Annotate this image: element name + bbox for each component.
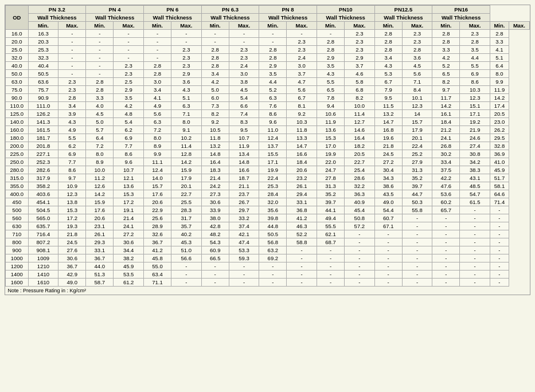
pn16-max-cell: -	[490, 206, 509, 214]
od-min-cell: 1400	[6, 271, 29, 279]
pn16-max-cell: 41.0	[490, 158, 509, 166]
pn32-header: PN 3.2	[28, 6, 86, 14]
pn32-min-cell: 12.3	[58, 190, 86, 198]
pn4-min-cell: 38.2	[114, 254, 143, 262]
pn6-min-cell: 31.7	[171, 214, 201, 222]
pn10-min-cell: 14.6	[345, 126, 374, 134]
table-row: 16.016.3----------2.32.82.32.82.32.8	[6, 30, 530, 38]
od-min-cell: 200.0	[6, 142, 29, 150]
pn8-min-cell: 4.7	[287, 78, 317, 86]
pn32-min-cell: 2.3	[58, 86, 86, 94]
pn125-min-cell: -	[402, 230, 432, 238]
pn4-max-cell: 6.3	[143, 118, 171, 126]
pn125-min-cell: 10.1	[402, 94, 432, 102]
pn16-min-cell: 10.3	[460, 86, 490, 94]
pn6-min-cell: -	[171, 271, 201, 279]
pn32-max-cell: 36.7	[86, 254, 114, 262]
pn10-max-cell: -	[374, 254, 402, 262]
pn10-max-cell: -	[374, 238, 402, 246]
od-max-cell: 50.5	[28, 70, 58, 78]
table-row: 1000100930.636.738.245.856.666.559.369.2…	[6, 254, 530, 262]
pn32-min-cell: 30.6	[58, 254, 86, 262]
pn10-min-cell: -	[345, 238, 374, 246]
pn4-min-cell: 13.6	[114, 182, 143, 190]
pn32-max-cell: 10.0	[86, 166, 114, 174]
pn4-max-cell: -	[143, 46, 171, 54]
pn63-min-cell: -	[229, 271, 259, 279]
pn63-min-cell: 2.3	[229, 46, 259, 54]
pn4-min-cell: 24.1	[114, 222, 143, 230]
pn63-max-cell: 15.5	[259, 150, 287, 158]
pn125-max-cell: -	[432, 279, 460, 287]
pn4-max-cell: 63.4	[143, 271, 171, 279]
pn4-min-cell: 7.7	[114, 142, 143, 150]
pn63-min-cell: 18.7	[229, 174, 259, 182]
pn16-min-cell: 21.9	[460, 126, 490, 134]
table-row: 1200121036.744.045.955.0------------	[6, 262, 530, 271]
pn8-max-cell: 10.6	[317, 110, 344, 118]
pn6-max-cell: 14.8	[201, 150, 229, 158]
pn63-max-cell: 69.2	[259, 254, 287, 262]
pn6-min-cell: 22.7	[171, 190, 201, 198]
pn10-min-cell: 28.6	[345, 174, 374, 182]
pn63-max-cell: 28.4	[259, 190, 287, 198]
pn32-max-cell: 44.0	[86, 262, 114, 271]
pn125-min-cell: 7.1	[402, 78, 432, 86]
pn32-max-cell: 11.2	[86, 174, 114, 182]
pn10-min-cell: -	[345, 279, 374, 287]
pn63-min-cell: -	[229, 262, 259, 271]
pn10-header: PN10	[317, 6, 374, 14]
pn125-max-cell: 4.2	[432, 54, 460, 62]
pn16-max-cell: 64.6	[490, 190, 509, 198]
pn10-max-cell: 27.2	[374, 158, 402, 166]
pn125-min-cell: 12.3	[402, 102, 432, 110]
note-text: Note : Pressure Rating in : Kg/cm²	[6, 287, 490, 295]
od-min-cell: 450	[6, 198, 29, 206]
pn10-max-cell: 2.8	[374, 30, 402, 38]
pn16-min-cell: -	[460, 271, 490, 279]
pn10-max-cell: -	[374, 246, 402, 254]
pn63-max-cell: 56.8	[259, 238, 287, 246]
pn8-max-cell: 68.7	[317, 238, 344, 246]
pn63-min-cell: 42.1	[229, 230, 259, 238]
pn63-min-cell: 5.4	[229, 94, 259, 102]
od-min-cell: 355.0	[6, 182, 29, 190]
pn125-max-cell: 65.7	[432, 206, 460, 214]
pn6-min-cell: 6.3	[171, 102, 201, 110]
pn10-max-cell: 7.9	[374, 86, 402, 94]
pn63-min-cell: -	[229, 279, 259, 287]
pn125-max-cell: 60.2	[432, 198, 460, 206]
pn6-max-cell: 21.4	[201, 174, 229, 182]
pn10-min-cell: 40.9	[345, 198, 374, 206]
pn32-min-cell: -	[58, 62, 86, 70]
pn6-min-cell: 17.9	[171, 174, 201, 182]
pn8-min-header: Min.	[317, 22, 344, 30]
pn16-max-cell: 58.1	[490, 182, 509, 190]
pn32-min-cell: 10.9	[58, 182, 86, 190]
pn125-min-cell: -	[402, 214, 432, 222]
table-row: 355.0358.210.912.613.615.720.124.221.125…	[6, 182, 530, 190]
od-min-header: Min.	[28, 22, 58, 30]
od-min-cell: 225.0	[6, 150, 29, 158]
pn63-min-cell: 6.6	[229, 102, 259, 110]
pn32-max-cell: 7.2	[86, 142, 114, 150]
pn16-min-cell: 8.6	[460, 78, 490, 86]
pn8-min-cell: 6.7	[287, 94, 317, 102]
pn4-max-cell: 11.1	[143, 158, 171, 166]
pn125-min-cell: 27.9	[402, 158, 432, 166]
pn16-max-cell: 23.0	[490, 118, 509, 126]
pn32-min-cell: 2.3	[58, 78, 86, 86]
pn63-max-cell: 19.9	[259, 166, 287, 174]
pn125-max-cell: 18.4	[432, 118, 460, 126]
pn32-max-cell: 26.1	[86, 230, 114, 238]
pn6-min-cell: 8.0	[171, 118, 201, 126]
od-min-cell: 63.0	[6, 78, 29, 86]
pn125-min-cell: 2.3	[402, 38, 432, 46]
pn16-min-cell: 3.5	[460, 46, 490, 54]
pn4-min-cell: 15.3	[114, 190, 143, 198]
pn8-max-cell: 2.8	[317, 38, 344, 46]
pn16-max-cell: -	[490, 254, 509, 262]
pn32-max-cell: 29.3	[86, 238, 114, 246]
pn8-min-cell: 3.0	[287, 62, 317, 70]
pn32-min-cell: -	[58, 70, 86, 78]
